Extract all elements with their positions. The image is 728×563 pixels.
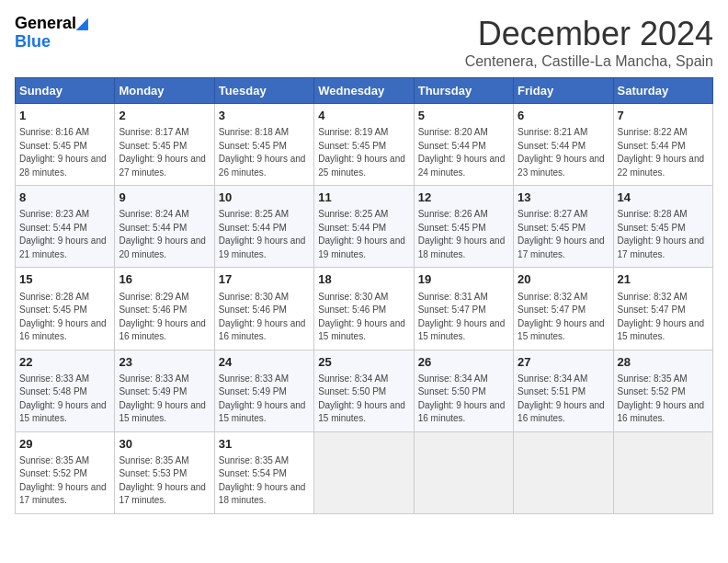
day-info: Sunrise: 8:30 AMSunset: 5:46 PMDaylight:…	[318, 291, 409, 344]
day-info: Sunrise: 8:23 AMSunset: 5:44 PMDaylight:…	[19, 208, 110, 261]
calendar-day-cell: 13Sunrise: 8:27 AMSunset: 5:45 PMDayligh…	[514, 186, 613, 268]
day-info: Sunrise: 8:35 AMSunset: 5:52 PMDaylight:…	[19, 454, 110, 508]
day-info: Sunrise: 8:28 AMSunset: 5:45 PMDaylight:…	[618, 208, 709, 261]
weekday-header: Tuesday	[214, 78, 313, 104]
calendar-day-cell: 8Sunrise: 8:23 AMSunset: 5:44 PMDaylight…	[16, 186, 115, 268]
day-number: 10	[219, 190, 310, 206]
calendar-day-cell: 29Sunrise: 8:35 AMSunset: 5:52 PMDayligh…	[16, 431, 115, 513]
day-info: Sunrise: 8:25 AMSunset: 5:44 PMDaylight:…	[219, 208, 310, 261]
day-info: Sunrise: 8:35 AMSunset: 5:53 PMDaylight:…	[119, 454, 210, 508]
calendar-day-cell: 16Sunrise: 8:29 AMSunset: 5:46 PMDayligh…	[115, 268, 214, 350]
day-number: 3	[219, 108, 310, 124]
day-info: Sunrise: 8:35 AMSunset: 5:52 PMDaylight:…	[618, 373, 709, 426]
calendar-day-cell: 28Sunrise: 8:35 AMSunset: 5:52 PMDayligh…	[613, 350, 712, 431]
day-number: 13	[518, 190, 609, 206]
day-number: 8	[19, 190, 110, 206]
day-info: Sunrise: 8:34 AMSunset: 5:51 PMDaylight:…	[518, 373, 609, 426]
calendar-day-cell: 2Sunrise: 8:17 AMSunset: 5:45 PMDaylight…	[115, 104, 214, 186]
day-number: 30	[119, 436, 210, 453]
calendar-day-cell	[613, 431, 712, 513]
calendar-week-row: 29Sunrise: 8:35 AMSunset: 5:52 PMDayligh…	[16, 431, 713, 513]
day-number: 15	[19, 271, 110, 288]
calendar-day-cell: 12Sunrise: 8:26 AMSunset: 5:45 PMDayligh…	[414, 186, 513, 268]
day-number: 31	[219, 436, 310, 453]
day-info: Sunrise: 8:17 AMSunset: 5:45 PMDaylight:…	[119, 126, 210, 179]
calendar-week-row: 1Sunrise: 8:16 AMSunset: 5:45 PMDaylight…	[16, 104, 713, 186]
weekday-header: Sunday	[16, 78, 115, 104]
calendar-day-cell	[314, 431, 414, 513]
calendar-day-cell: 1Sunrise: 8:16 AMSunset: 5:45 PMDaylight…	[16, 104, 115, 186]
day-info: Sunrise: 8:26 AMSunset: 5:45 PMDaylight:…	[418, 208, 509, 261]
calendar-day-cell: 3Sunrise: 8:18 AMSunset: 5:45 PMDaylight…	[214, 104, 313, 186]
calendar-table: SundayMondayTuesdayWednesdayThursdayFrid…	[15, 77, 713, 514]
day-info: Sunrise: 8:31 AMSunset: 5:47 PMDaylight:…	[418, 291, 509, 344]
day-number: 24	[219, 354, 310, 371]
weekday-header: Saturday	[613, 78, 712, 104]
day-number: 21	[618, 271, 709, 288]
day-info: Sunrise: 8:32 AMSunset: 5:47 PMDaylight:…	[518, 291, 609, 344]
day-info: Sunrise: 8:28 AMSunset: 5:45 PMDaylight:…	[19, 291, 110, 344]
day-number: 29	[19, 436, 110, 453]
day-number: 2	[119, 108, 210, 124]
day-number: 14	[618, 190, 709, 206]
day-number: 25	[318, 354, 409, 371]
day-info: Sunrise: 8:29 AMSunset: 5:46 PMDaylight:…	[119, 291, 210, 344]
day-number: 5	[418, 108, 509, 124]
day-info: Sunrise: 8:21 AMSunset: 5:44 PMDaylight:…	[518, 126, 609, 179]
calendar-day-cell: 30Sunrise: 8:35 AMSunset: 5:53 PMDayligh…	[115, 431, 214, 513]
day-number: 4	[318, 108, 409, 124]
calendar-day-cell: 10Sunrise: 8:25 AMSunset: 5:44 PMDayligh…	[214, 186, 313, 268]
calendar-day-cell: 21Sunrise: 8:32 AMSunset: 5:47 PMDayligh…	[613, 268, 712, 350]
calendar-day-cell: 11Sunrise: 8:25 AMSunset: 5:44 PMDayligh…	[314, 186, 414, 268]
header: General◢ Blue December 2024 Centenera, C…	[15, 15, 713, 70]
day-number: 11	[318, 190, 409, 206]
weekday-header: Monday	[115, 78, 214, 104]
calendar-day-cell: 9Sunrise: 8:24 AMSunset: 5:44 PMDaylight…	[115, 186, 214, 268]
calendar-day-cell: 27Sunrise: 8:34 AMSunset: 5:51 PMDayligh…	[514, 350, 613, 431]
logo-general: General◢	[15, 15, 87, 33]
calendar-day-cell: 26Sunrise: 8:34 AMSunset: 5:50 PMDayligh…	[414, 350, 513, 431]
calendar-day-cell: 7Sunrise: 8:22 AMSunset: 5:44 PMDaylight…	[613, 104, 712, 186]
day-number: 16	[119, 271, 210, 288]
weekday-header: Friday	[514, 78, 613, 104]
day-info: Sunrise: 8:33 AMSunset: 5:48 PMDaylight:…	[19, 373, 110, 426]
day-number: 9	[119, 190, 210, 206]
weekday-header: Thursday	[414, 78, 513, 104]
weekday-row: SundayMondayTuesdayWednesdayThursdayFrid…	[16, 78, 713, 104]
location-title: Centenera, Castille-La Mancha, Spain	[465, 53, 713, 70]
day-number: 27	[518, 354, 609, 371]
day-info: Sunrise: 8:18 AMSunset: 5:45 PMDaylight:…	[219, 126, 310, 179]
month-title: December 2024	[465, 15, 713, 53]
day-info: Sunrise: 8:35 AMSunset: 5:54 PMDaylight:…	[219, 454, 310, 508]
day-number: 19	[418, 271, 509, 288]
day-number: 17	[219, 271, 310, 288]
day-info: Sunrise: 8:32 AMSunset: 5:47 PMDaylight:…	[618, 291, 709, 344]
day-number: 22	[19, 354, 110, 371]
day-info: Sunrise: 8:33 AMSunset: 5:49 PMDaylight:…	[219, 373, 310, 426]
calendar-day-cell: 6Sunrise: 8:21 AMSunset: 5:44 PMDaylight…	[514, 104, 613, 186]
calendar-day-cell: 19Sunrise: 8:31 AMSunset: 5:47 PMDayligh…	[414, 268, 513, 350]
calendar-day-cell	[414, 431, 513, 513]
day-info: Sunrise: 8:34 AMSunset: 5:50 PMDaylight:…	[418, 373, 509, 426]
day-info: Sunrise: 8:16 AMSunset: 5:45 PMDaylight:…	[19, 126, 110, 179]
calendar-day-cell: 23Sunrise: 8:33 AMSunset: 5:49 PMDayligh…	[115, 350, 214, 431]
day-number: 6	[518, 108, 609, 124]
calendar-week-row: 8Sunrise: 8:23 AMSunset: 5:44 PMDaylight…	[16, 186, 713, 268]
day-number: 12	[418, 190, 509, 206]
calendar-week-row: 15Sunrise: 8:28 AMSunset: 5:45 PMDayligh…	[16, 268, 713, 350]
day-number: 20	[518, 271, 609, 288]
calendar-day-cell: 17Sunrise: 8:30 AMSunset: 5:46 PMDayligh…	[214, 268, 313, 350]
calendar-day-cell: 25Sunrise: 8:34 AMSunset: 5:50 PMDayligh…	[314, 350, 414, 431]
day-info: Sunrise: 8:25 AMSunset: 5:44 PMDaylight:…	[318, 208, 409, 261]
calendar-day-cell: 22Sunrise: 8:33 AMSunset: 5:48 PMDayligh…	[16, 350, 115, 431]
day-info: Sunrise: 8:19 AMSunset: 5:45 PMDaylight:…	[318, 126, 409, 179]
logo: General◢ Blue	[15, 15, 87, 52]
title-section: December 2024 Centenera, Castille-La Man…	[465, 15, 713, 70]
day-info: Sunrise: 8:33 AMSunset: 5:49 PMDaylight:…	[119, 373, 210, 426]
calendar-week-row: 22Sunrise: 8:33 AMSunset: 5:48 PMDayligh…	[16, 350, 713, 431]
day-number: 7	[618, 108, 709, 124]
day-number: 28	[618, 354, 709, 371]
day-info: Sunrise: 8:34 AMSunset: 5:50 PMDaylight:…	[318, 373, 409, 426]
calendar-day-cell: 18Sunrise: 8:30 AMSunset: 5:46 PMDayligh…	[314, 268, 414, 350]
calendar-body: 1Sunrise: 8:16 AMSunset: 5:45 PMDaylight…	[16, 104, 713, 514]
